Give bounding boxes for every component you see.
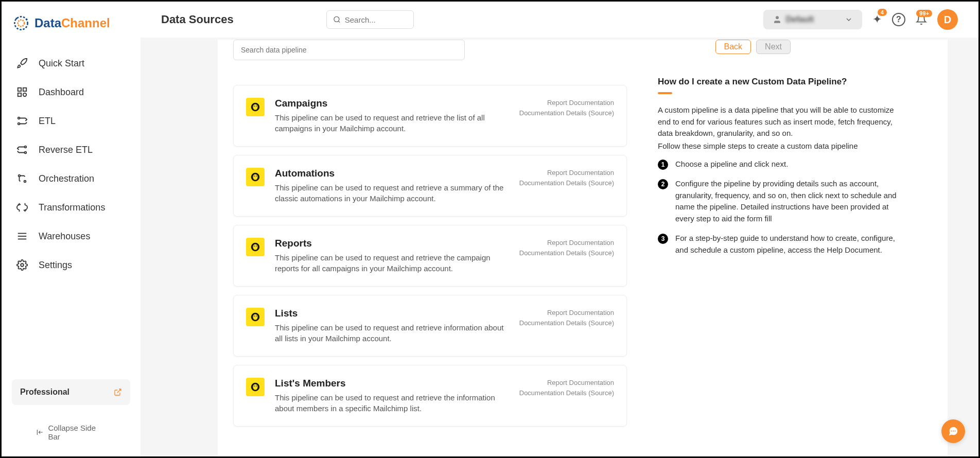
doc-details-link[interactable]: Documentation Details (Source): [519, 248, 614, 258]
mailchimp-icon: [246, 98, 265, 116]
global-search[interactable]: [326, 10, 414, 29]
help-divider: [658, 92, 672, 94]
svg-point-24: [253, 104, 257, 110]
step-text: Choose a pipeline and click next.: [675, 158, 788, 170]
svg-point-36: [253, 314, 257, 320]
svg-line-21: [338, 21, 340, 23]
ai-sparkle-icon[interactable]: ✦4: [872, 13, 882, 26]
step-list: 1Choose a pipeline and click next.2Confi…: [658, 158, 900, 256]
transformations-icon: [16, 201, 28, 214]
pipeline-list-column: Campaigns This pipeline can be used to r…: [233, 40, 627, 456]
sidebar-item-label: Transformations: [39, 202, 105, 213]
step-item: 3For a step-by-step guide to understand …: [658, 233, 900, 256]
pipeline-desc: This pipeline can be used to request and…: [275, 252, 509, 274]
sidebar-item-reverse-etl[interactable]: Reverse ETL: [12, 135, 130, 164]
report-doc-link[interactable]: Report Documentation: [519, 168, 614, 178]
pipeline-search-input[interactable]: [241, 46, 457, 54]
mailchimp-icon: [246, 238, 265, 256]
notif-badge: 99+: [916, 10, 932, 17]
svg-rect-6: [18, 93, 21, 96]
chevron-down-icon: [845, 15, 853, 24]
svg-point-10: [25, 146, 27, 148]
svg-point-44: [953, 430, 954, 431]
settings-icon: [16, 259, 28, 271]
svg-point-40: [253, 384, 257, 390]
pipeline-title: Automations: [275, 168, 509, 179]
pipeline-desc: This pipeline can be used to request and…: [275, 322, 509, 344]
pipeline-title: Campaigns: [275, 98, 509, 109]
etl-icon: [16, 115, 28, 127]
sidebar-item-etl[interactable]: ETL: [12, 107, 130, 135]
mailchimp-icon: [246, 168, 265, 186]
plan-box[interactable]: Professional: [12, 379, 130, 405]
pipeline-title: Lists: [275, 308, 509, 319]
pipeline-card[interactable]: Automations This pipeline can be used to…: [233, 155, 627, 217]
pipeline-card[interactable]: Lists This pipeline can be used to reque…: [233, 295, 627, 357]
avatar[interactable]: D: [937, 9, 958, 30]
search-icon: [333, 15, 341, 24]
step-item: 2Configure the pipeline by providing det…: [658, 178, 900, 224]
logo[interactable]: DataChannel: [12, 14, 130, 32]
collapse-icon: [37, 428, 44, 436]
sidebar-item-orchestration[interactable]: Orchestration: [12, 164, 130, 193]
sidebar-item-warehouses[interactable]: Warehouses: [12, 222, 130, 251]
back-button[interactable]: Back: [715, 40, 751, 54]
nav-buttons: Back Next: [715, 40, 791, 54]
sidebar-item-transformations[interactable]: Transformations: [12, 193, 130, 222]
svg-point-33: [254, 245, 255, 246]
sidebar-item-dashboard[interactable]: Dashboard: [12, 78, 130, 107]
sidebar-item-label: Reverse ETL: [39, 145, 93, 155]
sidebar-item-label: ETL: [39, 116, 56, 127]
sidebar-item-label: Warehouses: [39, 231, 90, 242]
doc-details-link[interactable]: Documentation Details (Source): [519, 388, 614, 398]
chat-icon: [948, 426, 959, 437]
sidebar-item-label: Quick Start: [39, 58, 84, 69]
svg-point-37: [254, 315, 255, 316]
collapse-sidebar-button[interactable]: Collapse Side Bar: [37, 424, 106, 441]
pipeline-card[interactable]: List's Members This pipeline can be used…: [233, 365, 627, 427]
user-dropdown[interactable]: Default: [763, 10, 862, 29]
search-input[interactable]: [345, 15, 407, 24]
main-area: Data Sources Default ✦4 ? 99+ D Back Nex…: [141, 2, 978, 456]
sidebar-item-quick-start[interactable]: Quick Start: [12, 49, 130, 78]
sidebar-item-settings[interactable]: Settings: [12, 251, 130, 279]
svg-point-25: [254, 105, 255, 107]
top-header: Data Sources Default ✦4 ? 99+ D: [141, 2, 978, 38]
svg-point-32: [253, 244, 257, 250]
report-doc-link[interactable]: Report Documentation: [519, 308, 614, 318]
pipeline-desc: This pipeline can be used to request and…: [275, 182, 509, 204]
pipeline-desc: This pipeline can be used to request and…: [275, 392, 509, 414]
sidebar-item-label: Dashboard: [39, 87, 84, 98]
notifications-icon[interactable]: 99+: [916, 14, 927, 25]
help-column: How do I create a new Custom Data Pipeli…: [658, 40, 900, 456]
report-doc-link[interactable]: Report Documentation: [519, 238, 614, 248]
pipeline-card[interactable]: Campaigns This pipeline can be used to r…: [233, 85, 627, 147]
step-number: 3: [658, 234, 668, 244]
mailchimp-icon: [246, 378, 265, 396]
doc-details-link[interactable]: Documentation Details (Source): [519, 108, 614, 118]
reverse-etl-icon: [16, 144, 28, 156]
sidebar-item-label: Orchestration: [39, 173, 94, 184]
help-icon[interactable]: ?: [892, 13, 905, 26]
pipeline-card[interactable]: Reports This pipeline can be used to req…: [233, 225, 627, 287]
svg-point-7: [23, 93, 26, 96]
chat-button[interactable]: [941, 419, 965, 443]
doc-details-link[interactable]: Documentation Details (Source): [519, 318, 614, 328]
orchestration-icon: [16, 172, 28, 185]
svg-rect-4: [18, 88, 21, 91]
svg-point-2: [15, 17, 18, 20]
help-title: How do I create a new Custom Data Pipeli…: [658, 77, 900, 87]
report-doc-link[interactable]: Report Documentation: [519, 98, 614, 108]
doc-details-link[interactable]: Documentation Details (Source): [519, 178, 614, 188]
mailchimp-icon: [246, 308, 265, 326]
pipeline-title: List's Members: [275, 378, 509, 389]
svg-point-34: [256, 245, 257, 246]
svg-point-42: [256, 385, 257, 386]
help-sub: Follow these simple steps to create a cu…: [658, 142, 900, 150]
next-button[interactable]: Next: [756, 40, 791, 54]
report-doc-link[interactable]: Report Documentation: [519, 378, 614, 388]
svg-point-45: [955, 430, 956, 431]
pipeline-search[interactable]: [233, 40, 465, 60]
svg-point-22: [776, 16, 779, 19]
step-number: 1: [658, 160, 668, 170]
